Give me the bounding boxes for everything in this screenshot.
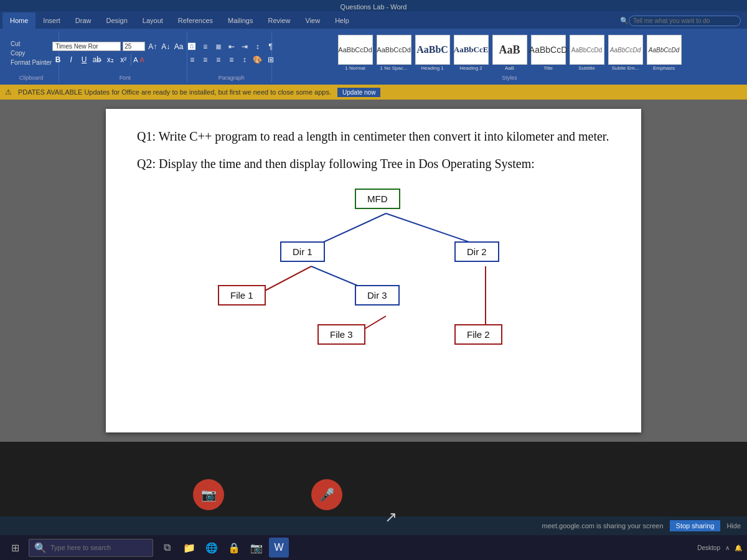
- sort-button[interactable]: ↕: [252, 41, 263, 52]
- superscript-button[interactable]: x²: [118, 54, 129, 65]
- indent-decrease-button[interactable]: ⇤: [226, 41, 237, 52]
- font-size-input[interactable]: [123, 42, 145, 51]
- style-no-spacing-label: 1 No Spac...: [380, 65, 408, 71]
- dir2-label: Dir 2: [454, 241, 499, 262]
- font-name-input[interactable]: [52, 42, 121, 51]
- list-bullet-button[interactable]: ☰: [187, 41, 198, 52]
- ribbon-tabs: Home Insert Draw Design Layout Reference…: [0, 11, 747, 29]
- node-file3: File 3: [317, 324, 365, 345]
- question2: Q2: Display the time and then display fo…: [137, 155, 610, 172]
- tab-layout[interactable]: Layout: [135, 12, 171, 29]
- document-page: Q1: Write C++ program to read a length i…: [106, 109, 641, 432]
- style-title[interactable]: AaBbCcD Title: [530, 35, 566, 71]
- clipboard-group: Cut Copy Format Painter Clipboard: [4, 31, 59, 82]
- font-grow-button[interactable]: A↑: [147, 41, 158, 52]
- cut-button[interactable]: Cut: [9, 40, 54, 48]
- align-center-button[interactable]: ≡: [200, 54, 211, 65]
- font-row1: A↑ A↓ Aa 🅰: [52, 41, 197, 52]
- styles-group: AaBbCcDd 1 Normal AaBbCcDd 1 No Spac... …: [276, 31, 743, 82]
- mic-off-button[interactable]: 🎤: [311, 479, 342, 510]
- camera-off-button[interactable]: 📷: [193, 479, 224, 510]
- border-button[interactable]: ⊞: [265, 54, 276, 65]
- node-file2: File 2: [454, 324, 502, 345]
- taskbar: ⊞ 🔍 ⧉ 📁 🌐 🔒 📷 W Desktop ∧ 🔔: [0, 535, 747, 560]
- lock-button[interactable]: 🔒: [224, 538, 244, 558]
- style-emphasis[interactable]: AaBbCcDd Emphasis: [646, 35, 682, 71]
- taskbar-chevron[interactable]: ∧: [725, 544, 730, 551]
- node-dir3: Dir 3: [355, 285, 400, 306]
- start-button[interactable]: ⊞: [5, 538, 25, 558]
- node-mfd: MFD: [355, 189, 400, 209]
- tab-insert[interactable]: Insert: [35, 12, 68, 29]
- style-subtle-em[interactable]: AaBbCcDd Subtle Em...: [608, 35, 644, 71]
- style-heading1-preview: AaBbC: [415, 35, 450, 65]
- style-no-spacing[interactable]: AaBbCcDd 1 No Spac...: [376, 35, 412, 71]
- subscript-button[interactable]: x₂: [105, 54, 116, 65]
- browser-button[interactable]: 🌐: [202, 538, 222, 558]
- style-subtle-em-label: Subtle Em...: [612, 65, 639, 71]
- font-case-button[interactable]: Aa: [173, 41, 184, 52]
- font-shrink-button[interactable]: A↓: [160, 41, 171, 52]
- copy-button[interactable]: Copy: [9, 49, 54, 57]
- strikethrough-button[interactable]: ab̶: [92, 54, 103, 65]
- tab-references[interactable]: References: [171, 12, 220, 29]
- file3-label: File 3: [317, 324, 365, 345]
- style-subtitle[interactable]: AaBbCcDd Subtitle: [569, 35, 605, 71]
- font-content: A↑ A↓ Aa 🅰 B I U ab̶ x₂ x² A A: [52, 31, 197, 75]
- tab-home[interactable]: Home: [2, 12, 35, 29]
- tab-draw[interactable]: Draw: [68, 12, 99, 29]
- hide-button[interactable]: Hide: [726, 522, 741, 530]
- tab-design[interactable]: Design: [99, 12, 135, 29]
- list-number-button[interactable]: ≡: [200, 41, 211, 52]
- justify-button[interactable]: ≡: [226, 54, 237, 65]
- align-right-button[interactable]: ≡: [213, 54, 224, 65]
- tab-view[interactable]: View: [298, 12, 328, 29]
- sharing-message: meet.google.com is sharing your screen: [542, 522, 664, 530]
- style-heading2[interactable]: AaBbCcE Heading 2: [453, 35, 489, 71]
- word-button[interactable]: W: [269, 538, 289, 558]
- style-heading1-label: Heading 1: [421, 65, 443, 71]
- task-view-button[interactable]: ⧉: [157, 538, 177, 558]
- paragraph-content: ☰ ≡ ≣ ⇤ ⇥ ↕ ¶ ≡ ≡ ≡ ≡ ↕ 🎨 ⊞: [187, 31, 276, 75]
- style-aab-preview: AaB: [492, 35, 527, 65]
- dir3-label: Dir 3: [355, 285, 400, 306]
- camera-button[interactable]: 📷: [247, 538, 266, 558]
- bold-button[interactable]: B: [52, 54, 63, 65]
- font-group: A↑ A↓ Aa 🅰 B I U ab̶ x₂ x² A A Font: [63, 31, 187, 82]
- align-left-button[interactable]: ≡: [187, 54, 198, 65]
- format-painter-button[interactable]: Format Painter: [9, 58, 54, 67]
- style-normal[interactable]: AaBbCcDd 1 Normal: [337, 35, 374, 71]
- list-multi-button[interactable]: ≣: [213, 41, 224, 52]
- underline-button[interactable]: U: [78, 54, 90, 65]
- ribbon-search-input[interactable]: [629, 16, 741, 26]
- stop-sharing-button[interactable]: Stop sharing: [670, 520, 721, 531]
- taskbar-notification[interactable]: 🔔: [735, 544, 742, 551]
- document-wrapper: Q1: Write C++ program to read a length i…: [0, 100, 747, 442]
- tab-help[interactable]: Help: [327, 12, 357, 29]
- style-heading1[interactable]: AaBbC Heading 1: [415, 35, 451, 71]
- shading-button[interactable]: 🎨: [252, 54, 263, 65]
- style-heading2-label: Heading 2: [459, 65, 482, 71]
- ribbon-content: Cut Copy Format Painter Clipboard A↑ A↓ …: [0, 29, 747, 85]
- style-title-preview: AaBbCcD: [531, 35, 566, 65]
- style-aab-label: AaB: [505, 65, 514, 71]
- indent-increase-button[interactable]: ⇥: [239, 41, 250, 52]
- file2-label: File 2: [454, 324, 502, 345]
- line-spacing-button[interactable]: ↕: [239, 54, 250, 65]
- italic-button[interactable]: I: [65, 54, 77, 65]
- taskbar-search-box[interactable]: 🔍: [29, 539, 153, 557]
- tab-mailings[interactable]: Mailings: [220, 12, 260, 29]
- tab-review[interactable]: Review: [260, 12, 298, 29]
- taskbar-search-input[interactable]: [50, 544, 144, 551]
- pilcrow-button[interactable]: ¶: [265, 41, 276, 52]
- font-controls: A↑ A↓ Aa 🅰 B I U ab̶ x₂ x² A A: [52, 41, 197, 65]
- file-explorer-button[interactable]: 📁: [179, 538, 199, 558]
- style-aab[interactable]: AaB AaB: [492, 35, 528, 71]
- styles-area: AaBbCcDd 1 Normal AaBbCcDd 1 No Spac... …: [337, 35, 682, 71]
- update-now-button[interactable]: Update now: [337, 88, 380, 97]
- style-emphasis-preview: AaBbCcDd: [647, 35, 682, 65]
- styles-label: Styles: [502, 75, 517, 82]
- node-file1: File 1: [218, 285, 266, 306]
- mfd-label: MFD: [355, 189, 400, 209]
- font-row2: B I U ab̶ x₂ x² A A: [52, 54, 197, 65]
